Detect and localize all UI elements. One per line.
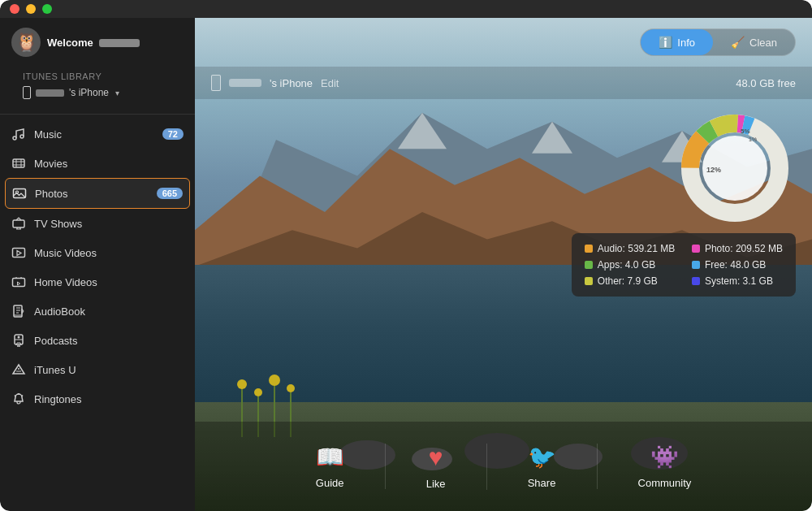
maximize-button[interactable] — [42, 4, 52, 14]
tvshows-icon — [11, 216, 26, 231]
sidebar-item-music[interactable]: Music 72 — [0, 119, 195, 149]
share-icon: 🐦 — [528, 444, 556, 470]
svg-point-28 — [269, 375, 280, 386]
itunes-label: iTunes Library — [11, 65, 184, 84]
device-suffix: 's iPhone — [69, 87, 109, 98]
device-name-blur — [36, 89, 64, 97]
photos-icon — [12, 186, 27, 201]
main-layout: 🦉 Welcome iTunes Library 's iPhone ▾ — [0, 18, 812, 511]
chart-container: 12% 5% 1% — [674, 107, 796, 232]
sidebar-item-musicvideos[interactable]: Music Videos — [0, 238, 195, 267]
top-bar: ℹ️ Info 🧹 Clean — [195, 18, 812, 67]
guide-label: Guide — [316, 477, 344, 489]
sidebar-badge-photos: 665 — [157, 188, 183, 199]
device-phone-icon — [211, 75, 221, 91]
sidebar-item-label: TV Shows — [34, 218, 184, 230]
device-row[interactable]: 's iPhone ▾ — [11, 84, 184, 106]
tab-group: ℹ️ Info 🧹 Clean — [640, 28, 796, 56]
sidebar-item-ringtones[interactable]: Ringtones — [0, 384, 195, 414]
movies-icon — [11, 156, 26, 171]
community-label: Community — [638, 477, 692, 489]
sidebar: 🦉 Welcome iTunes Library 's iPhone ▾ — [0, 18, 195, 511]
musicvideos-icon — [11, 245, 26, 260]
sidebar-badge-music: 72 — [162, 128, 184, 140]
legend-audio: Audio: 539.21 MB — [585, 243, 676, 254]
sidebar-item-label: iTunes U — [34, 364, 184, 376]
sidebar-item-tvshows[interactable]: TV Shows — [0, 209, 195, 238]
legend-dot-photo — [692, 245, 700, 253]
svg-rect-2 — [13, 159, 24, 167]
sidebar-item-label: Podcasts — [34, 335, 184, 347]
user-info: Welcome — [47, 37, 140, 49]
guide-icon: 📖 — [316, 444, 344, 470]
username-blur — [99, 39, 140, 47]
action-guide[interactable]: 📖 Guide — [275, 444, 386, 489]
legend-dot-other — [585, 277, 593, 285]
legend-free: Free: 48.0 GB — [692, 259, 783, 271]
sidebar-item-label: Music Videos — [34, 247, 184, 259]
owl-icon: 🦉 — [15, 32, 37, 53]
minimize-button[interactable] — [26, 4, 36, 14]
main-window: 🦉 Welcome iTunes Library 's iPhone ▾ — [0, 0, 812, 511]
sidebar-item-label: Photos — [35, 188, 149, 200]
sidebar-item-audiobook[interactable]: AudioBook — [0, 297, 195, 326]
sidebar-item-movies[interactable]: Movies — [0, 149, 195, 178]
sidebar-items: Music 72 Movies — [0, 115, 195, 511]
title-bar — [0, 0, 812, 18]
device-edit-button[interactable]: Edit — [321, 77, 339, 89]
action-share[interactable]: 🐦 Share — [487, 444, 598, 489]
svg-point-11 — [18, 368, 19, 370]
svg-point-30 — [287, 384, 295, 392]
legend-dot-free — [692, 261, 700, 269]
svg-text:5%: 5% — [741, 128, 750, 135]
content-area: ℹ️ Info 🧹 Clean 's iPhone Edit 48.0 GB f… — [195, 18, 812, 511]
action-like[interactable]: ♥ Like — [386, 444, 487, 490]
legend-dot-audio — [585, 245, 593, 253]
phone-icon — [23, 86, 31, 99]
music-icon — [11, 127, 26, 141]
chevron-down-icon[interactable]: ▾ — [115, 89, 119, 97]
action-community[interactable]: 👾 Community — [598, 444, 732, 489]
bottom-actions: 📖 Guide ♥ Like 🐦 Share 👾 Community — [195, 422, 812, 511]
svg-point-0 — [13, 136, 16, 140]
sidebar-item-podcasts[interactable]: Podcasts — [0, 326, 195, 355]
sidebar-item-label: Movies — [34, 158, 184, 170]
legend-other: Other: 7.9 GB — [585, 275, 676, 287]
user-row: 🦉 Welcome — [11, 28, 184, 57]
device-info-name: 's iPhone — [270, 77, 313, 89]
legend-box: Audio: 539.21 MB Photo: 209.52 MB Apps: … — [572, 233, 796, 297]
clean-tab[interactable]: 🧹 Clean — [713, 29, 795, 55]
svg-rect-6 — [13, 249, 25, 258]
itunesu-icon — [11, 362, 26, 377]
share-label: Share — [528, 477, 556, 489]
podcasts-icon — [11, 333, 26, 348]
info-tab[interactable]: ℹ️ Info — [641, 29, 713, 55]
sidebar-item-homevideos[interactable]: Home Videos — [0, 267, 195, 297]
sidebar-header: 🦉 Welcome iTunes Library 's iPhone ▾ — [0, 18, 195, 115]
sidebar-item-label: Ringtones — [34, 393, 184, 405]
legend-apps: Apps: 4.0 GB — [585, 259, 676, 271]
like-label: Like — [426, 478, 446, 490]
legend-dot-apps — [585, 261, 593, 269]
sidebar-item-label: Music — [34, 128, 154, 141]
svg-text:1%: 1% — [749, 136, 757, 142]
svg-point-10 — [18, 336, 20, 339]
svg-point-24 — [237, 379, 247, 389]
svg-rect-5 — [13, 220, 24, 227]
sidebar-item-itunesu[interactable]: iTunes U — [0, 355, 195, 384]
device-info-bar: 's iPhone Edit 48.0 GB free — [195, 67, 812, 99]
sidebar-item-label: Home Videos — [34, 276, 184, 288]
homevideos-icon — [11, 275, 26, 289]
svg-text:12%: 12% — [706, 166, 721, 174]
device-info-name-blur — [229, 79, 261, 87]
svg-point-26 — [254, 388, 262, 396]
close-button[interactable] — [10, 4, 19, 14]
community-icon: 👾 — [650, 444, 679, 470]
sidebar-item-photos[interactable]: Photos 665 — [5, 178, 190, 209]
broom-icon: 🧹 — [731, 36, 745, 49]
legend-system: System: 3.1 GB — [692, 275, 783, 287]
like-icon: ♥ — [429, 444, 443, 471]
svg-point-1 — [20, 135, 24, 138]
legend-photo: Photo: 209.52 MB — [692, 243, 783, 254]
info-icon: ℹ️ — [659, 36, 672, 49]
